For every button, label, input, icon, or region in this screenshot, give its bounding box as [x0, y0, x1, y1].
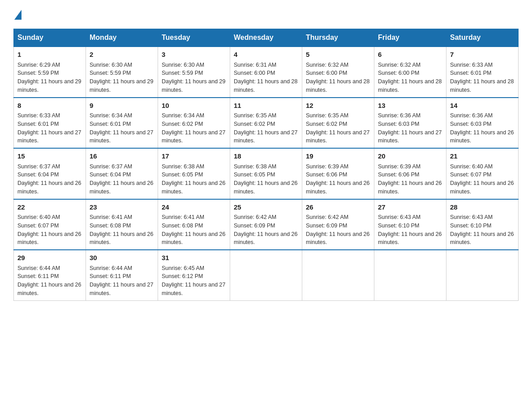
header-wednesday: Wednesday [230, 29, 302, 47]
calendar-cell: 16Sunrise: 6:37 AMSunset: 6:04 PMDayligh… [86, 148, 158, 199]
day-number: 11 [234, 101, 298, 111]
calendar-cell: 29Sunrise: 6:44 AMSunset: 6:11 PMDayligh… [14, 250, 86, 300]
calendar-cell: 28Sunrise: 6:43 AMSunset: 6:10 PMDayligh… [446, 199, 519, 250]
day-number: 2 [90, 50, 154, 60]
day-number: 18 [234, 151, 298, 162]
day-number: 16 [90, 151, 154, 162]
day-number: 24 [162, 202, 226, 213]
logo-triangle-icon [14, 10, 21, 20]
day-number: 7 [450, 50, 515, 60]
day-number: 14 [450, 101, 515, 111]
calendar-cell: 17Sunrise: 6:38 AMSunset: 6:05 PMDayligh… [158, 148, 230, 199]
day-number: 28 [450, 202, 515, 213]
day-number: 4 [234, 50, 298, 60]
calendar-cell: 2Sunrise: 6:30 AMSunset: 5:59 PMDaylight… [86, 47, 158, 98]
calendar-cell: 4Sunrise: 6:31 AMSunset: 6:00 PMDaylight… [230, 47, 302, 98]
calendar-cell [374, 250, 446, 300]
header-thursday: Thursday [302, 29, 374, 47]
calendar-cell: 1Sunrise: 6:29 AMSunset: 5:59 PMDaylight… [14, 47, 86, 98]
calendar-cell [302, 250, 374, 300]
calendar-week-row: 1Sunrise: 6:29 AMSunset: 5:59 PMDaylight… [14, 47, 519, 98]
calendar-cell: 3Sunrise: 6:30 AMSunset: 5:59 PMDaylight… [158, 47, 230, 98]
day-number: 3 [162, 50, 226, 60]
calendar-week-row: 15Sunrise: 6:37 AMSunset: 6:04 PMDayligh… [14, 148, 519, 199]
day-number: 13 [378, 101, 442, 111]
day-number: 31 [162, 253, 226, 263]
day-number: 23 [90, 202, 154, 213]
page-header [13, 9, 519, 20]
calendar-cell: 19Sunrise: 6:39 AMSunset: 6:06 PMDayligh… [302, 148, 374, 199]
calendar-header-row: SundayMondayTuesdayWednesdayThursdayFrid… [14, 29, 519, 47]
calendar-cell: 8Sunrise: 6:33 AMSunset: 6:01 PMDaylight… [14, 98, 86, 149]
calendar-cell: 18Sunrise: 6:38 AMSunset: 6:05 PMDayligh… [230, 148, 302, 199]
calendar-cell: 20Sunrise: 6:39 AMSunset: 6:06 PMDayligh… [374, 148, 446, 199]
day-number: 20 [378, 151, 442, 162]
calendar-cell: 31Sunrise: 6:45 AMSunset: 6:12 PMDayligh… [158, 250, 230, 300]
calendar-cell: 5Sunrise: 6:32 AMSunset: 6:00 PMDaylight… [302, 47, 374, 98]
calendar-cell: 10Sunrise: 6:34 AMSunset: 6:02 PMDayligh… [158, 98, 230, 149]
day-number: 21 [450, 151, 515, 162]
calendar-cell: 21Sunrise: 6:40 AMSunset: 6:07 PMDayligh… [446, 148, 519, 199]
day-number: 22 [17, 202, 82, 213]
header-tuesday: Tuesday [158, 29, 230, 47]
day-number: 15 [17, 151, 82, 162]
day-number: 26 [306, 202, 370, 213]
calendar-cell: 27Sunrise: 6:43 AMSunset: 6:10 PMDayligh… [374, 199, 446, 250]
day-number: 29 [17, 253, 82, 263]
calendar-cell: 12Sunrise: 6:35 AMSunset: 6:02 PMDayligh… [302, 98, 374, 149]
day-number: 30 [90, 253, 154, 263]
calendar-cell: 7Sunrise: 6:33 AMSunset: 6:01 PMDaylight… [446, 47, 519, 98]
header-saturday: Saturday [446, 29, 519, 47]
calendar-cell: 14Sunrise: 6:36 AMSunset: 6:03 PMDayligh… [446, 98, 519, 149]
day-number: 25 [234, 202, 298, 213]
calendar-cell: 23Sunrise: 6:41 AMSunset: 6:08 PMDayligh… [86, 199, 158, 250]
header-sunday: Sunday [14, 29, 86, 47]
logo-top [13, 9, 21, 20]
header-friday: Friday [374, 29, 446, 47]
calendar-cell: 11Sunrise: 6:35 AMSunset: 6:02 PMDayligh… [230, 98, 302, 149]
day-number: 8 [17, 101, 82, 111]
calendar-cell: 24Sunrise: 6:41 AMSunset: 6:08 PMDayligh… [158, 199, 230, 250]
calendar-cell: 26Sunrise: 6:42 AMSunset: 6:09 PMDayligh… [302, 199, 374, 250]
calendar-cell: 15Sunrise: 6:37 AMSunset: 6:04 PMDayligh… [14, 148, 86, 199]
calendar-cell: 22Sunrise: 6:40 AMSunset: 6:07 PMDayligh… [14, 199, 86, 250]
day-number: 17 [162, 151, 226, 162]
calendar-cell: 6Sunrise: 6:32 AMSunset: 6:00 PMDaylight… [374, 47, 446, 98]
calendar-cell [230, 250, 302, 300]
calendar-week-row: 29Sunrise: 6:44 AMSunset: 6:11 PMDayligh… [14, 250, 519, 300]
calendar-cell: 9Sunrise: 6:34 AMSunset: 6:01 PMDaylight… [86, 98, 158, 149]
calendar-table: SundayMondayTuesdayWednesdayThursdayFrid… [13, 29, 519, 301]
day-number: 27 [378, 202, 442, 213]
calendar-week-row: 8Sunrise: 6:33 AMSunset: 6:01 PMDaylight… [14, 98, 519, 149]
day-number: 19 [306, 151, 370, 162]
calendar-cell: 13Sunrise: 6:36 AMSunset: 6:03 PMDayligh… [374, 98, 446, 149]
day-number: 9 [90, 101, 154, 111]
calendar-cell [446, 250, 519, 300]
day-number: 6 [378, 50, 442, 60]
calendar-cell: 25Sunrise: 6:42 AMSunset: 6:09 PMDayligh… [230, 199, 302, 250]
day-number: 1 [17, 50, 82, 60]
calendar-cell: 30Sunrise: 6:44 AMSunset: 6:11 PMDayligh… [86, 250, 158, 300]
day-number: 12 [306, 101, 370, 111]
day-number: 10 [162, 101, 226, 111]
logo [13, 9, 21, 20]
calendar-week-row: 22Sunrise: 6:40 AMSunset: 6:07 PMDayligh… [14, 199, 519, 250]
header-monday: Monday [86, 29, 158, 47]
day-number: 5 [306, 50, 370, 60]
